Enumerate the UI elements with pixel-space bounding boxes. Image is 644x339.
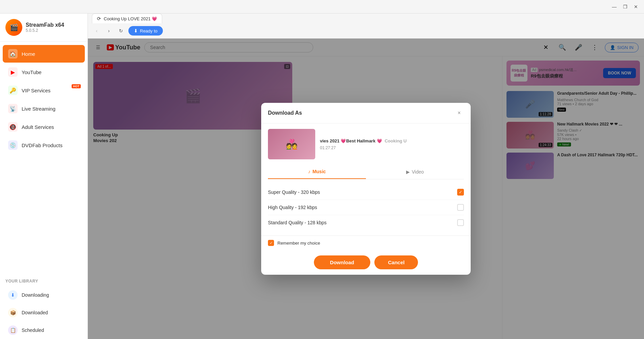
library-section-label: YOUR LIBRARY xyxy=(0,276,88,286)
window-controls: — ❐ ✕ xyxy=(610,3,640,11)
browser-toolbar: ‹ › ↻ ⬇ Ready to xyxy=(88,23,644,38)
modal-video-duration: 01:27:27 xyxy=(320,145,406,150)
maximize-button[interactable]: ❐ xyxy=(621,3,629,11)
sidebar-item-label: DVDFab Products xyxy=(22,142,63,148)
quality-checkbox-standard[interactable] xyxy=(457,219,464,226)
remember-row: ✓ Remember my choice xyxy=(261,235,471,250)
sidebar-item-label: Home xyxy=(22,51,35,57)
minimize-button[interactable]: — xyxy=(610,3,618,11)
refresh-icon: ↻ xyxy=(119,28,123,33)
remember-choice-label: Remember my choice xyxy=(277,241,320,246)
sidebar-item-label: VIP Services xyxy=(22,88,51,93)
quality-checkbox-super[interactable]: ✓ xyxy=(457,189,464,196)
app-name: StreamFab x64 xyxy=(26,22,64,28)
video-icon: ▶ xyxy=(406,169,410,175)
sidebar-item-youtube[interactable]: ▶ YouTube xyxy=(3,63,85,81)
modal-video-thumbnail: 💑 xyxy=(268,129,315,159)
dvdfab-icon: 💿 xyxy=(8,140,18,150)
modal-video-info: 💑 vies 2021 💗Best Hallmark 💗 Cooking U 0… xyxy=(261,123,471,165)
quality-label-super: Super Quality - 320 kbps xyxy=(268,189,320,195)
ready-to-button[interactable]: ⬇ Ready to xyxy=(128,26,163,36)
modal-video-title: vies 2021 💗Best Hallmark 💗 Cooking U xyxy=(320,138,406,144)
back-icon: ‹ xyxy=(96,28,98,33)
home-icon: 🏠 xyxy=(8,49,18,59)
vip-icon: 🔑 xyxy=(8,86,18,95)
cancel-button[interactable]: Cancel xyxy=(374,255,418,269)
sidebar-item-livestream[interactable]: 📡 Live Streaming xyxy=(3,100,85,117)
download-arrow-icon: ⬇ xyxy=(134,28,138,33)
tab-music[interactable]: ♪ Music xyxy=(268,165,366,179)
scheduled-icon: 📋 xyxy=(8,325,18,335)
youtube-icon: ▶ xyxy=(8,67,18,77)
downloading-icon: ⬇ xyxy=(8,290,18,300)
download-as-modal: Download As × 💑 vies 2021 💗Best Hallmark… xyxy=(261,103,471,275)
sidebar-nav: 🏠 Home ▶ YouTube 🔑 VIP Services HOT 📡 Li… xyxy=(0,42,88,273)
sidebar: 🎬 StreamFab x64 5.0.5.2 🏠 Home ▶ YouTube… xyxy=(0,14,88,339)
download-button[interactable]: Download xyxy=(314,255,371,269)
tab-spinner-icon: ⟳ xyxy=(97,16,101,21)
modal-close-button[interactable]: × xyxy=(454,108,464,118)
tab-bar: ⟳ Cooking Up LOVE 2021 💗 xyxy=(88,14,644,23)
address-bar-area: ⬇ Ready to xyxy=(128,26,640,36)
forward-button[interactable]: › xyxy=(104,26,114,36)
downloaded-label: Downloaded xyxy=(22,310,48,315)
scheduled-label: Scheduled xyxy=(22,327,44,333)
quality-row-super: Super Quality - 320 kbps ✓ xyxy=(268,185,464,200)
quality-checkbox-high[interactable] xyxy=(457,204,464,211)
close-button[interactable]: ✕ xyxy=(632,3,640,11)
refresh-button[interactable]: ↻ xyxy=(116,26,126,36)
livestream-icon: 📡 xyxy=(8,104,18,113)
modal-header: Download As × xyxy=(261,103,471,123)
modal-title: Download As xyxy=(268,110,302,116)
format-tabs: ♪ Music ▶ Video xyxy=(268,165,464,179)
downloading-label: Downloading xyxy=(22,292,49,298)
browser-chrome: ⟳ Cooking Up LOVE 2021 💗 ‹ › ↻ ⬇ Ready xyxy=(88,14,644,39)
sidebar-header: 🎬 StreamFab x64 5.0.5.2 xyxy=(0,14,88,42)
sidebar-item-label: Live Streaming xyxy=(22,106,55,112)
app-version: 5.0.5.2 xyxy=(26,28,64,33)
modal-thumb-image: 💑 xyxy=(268,129,315,159)
sidebar-item-adult[interactable]: 🔞 Adult Services xyxy=(3,118,85,136)
quality-row-standard: Standard Quality - 128 kbps xyxy=(268,215,464,230)
remember-checkbox[interactable]: ✓ xyxy=(268,240,274,246)
sidebar-item-dvdfab[interactable]: 💿 DVDFab Products xyxy=(3,136,85,154)
sidebar-item-downloading[interactable]: ⬇ Downloading xyxy=(3,287,85,303)
quality-options: Super Quality - 320 kbps ✓ High Quality … xyxy=(261,179,471,235)
app-info: StreamFab x64 5.0.5.2 xyxy=(26,22,64,33)
tab-video[interactable]: ▶ Video xyxy=(366,165,464,179)
ready-to-label: Ready to xyxy=(140,28,157,33)
modal-video-details: vies 2021 💗Best Hallmark 💗 Cooking U 01:… xyxy=(320,138,406,150)
app-logo: 🎬 xyxy=(5,19,22,36)
music-note-icon: ♪ xyxy=(308,169,311,174)
forward-icon: › xyxy=(108,28,110,33)
sidebar-item-scheduled[interactable]: 📋 Scheduled xyxy=(3,322,85,338)
quality-label-high: High Quality - 192 kbps xyxy=(268,205,317,210)
content-area: ⟳ Cooking Up LOVE 2021 💗 ‹ › ↻ ⬇ Ready xyxy=(88,14,644,339)
back-button[interactable]: ‹ xyxy=(92,26,101,36)
quality-label-standard: Standard Quality - 128 kbps xyxy=(268,220,327,225)
titlebar: — ❐ ✕ xyxy=(0,0,644,14)
sidebar-item-home[interactable]: 🏠 Home xyxy=(3,45,85,63)
modal-actions: Download Cancel xyxy=(261,250,471,275)
youtube-area: ☰ ▶ YouTube ✕ 🔍 🎤 ⋮ 👤 SIGN IN xyxy=(88,39,644,339)
sidebar-item-downloaded[interactable]: 📦 Downloaded xyxy=(3,304,85,321)
sidebar-item-label: Adult Services xyxy=(22,124,54,130)
sidebar-item-vip[interactable]: 🔑 VIP Services HOT xyxy=(3,82,85,99)
tab-title: Cooking Up LOVE 2021 💗 xyxy=(104,16,157,21)
browser-tab[interactable]: ⟳ Cooking Up LOVE 2021 💗 xyxy=(92,14,162,23)
sidebar-item-label: YouTube xyxy=(22,69,42,75)
adult-icon: 🔞 xyxy=(8,122,18,132)
modal-video-title-extra: Cooking U xyxy=(385,138,406,143)
downloaded-icon: 📦 xyxy=(8,308,18,317)
quality-row-high: High Quality - 192 kbps xyxy=(268,200,464,215)
main-layout: 🎬 StreamFab x64 5.0.5.2 🏠 Home ▶ YouTube… xyxy=(0,14,644,339)
modal-overlay: Download As × 💑 vies 2021 💗Best Hallmark… xyxy=(88,39,644,339)
hot-badge: HOT xyxy=(72,84,81,88)
